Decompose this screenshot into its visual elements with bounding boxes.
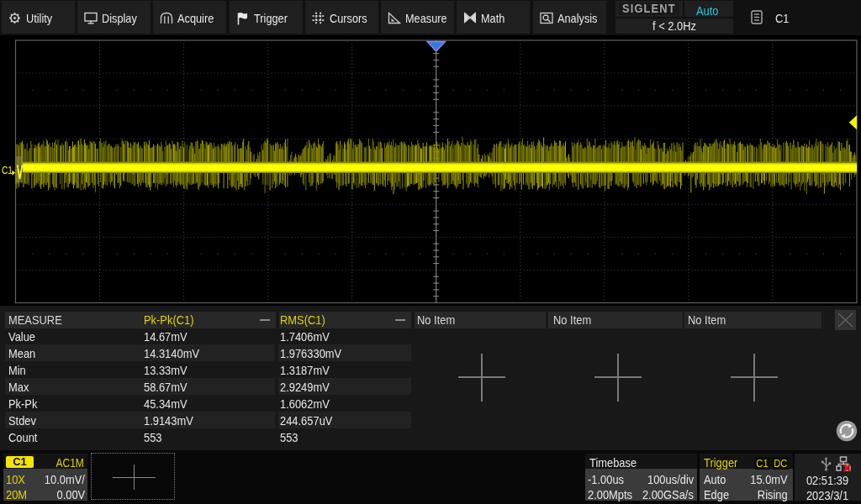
svg-text:C1: C1 <box>2 165 13 176</box>
